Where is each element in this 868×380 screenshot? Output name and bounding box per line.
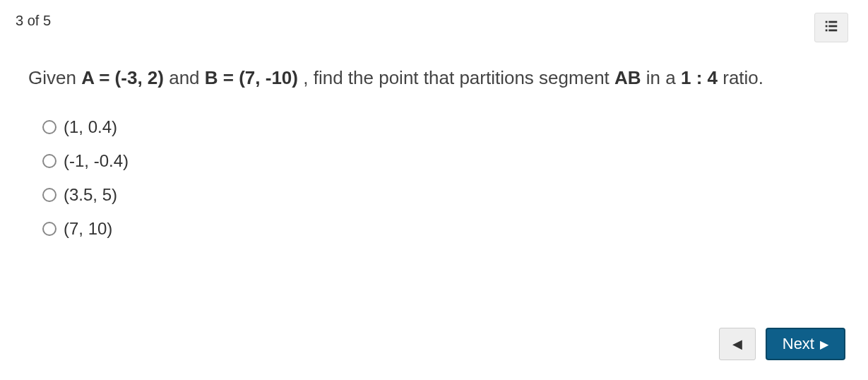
list-icon [824,18,839,37]
question-block: Given A = (-3, 2) and B = (7, -10) , fin… [0,42,868,246]
question-mid: , find the point that partitions segment [298,67,614,88]
option-2[interactable]: (-1, -0.4) [42,144,840,178]
question-prefix: Given [28,67,81,88]
svg-rect-1 [828,21,837,23]
option-label: (1, 0.4) [64,117,117,137]
next-button[interactable]: Next ▶ [766,328,845,360]
question-and: and [164,67,205,88]
radio-icon [42,222,57,236]
header-bar: 3 of 5 [0,0,868,42]
question-list-button[interactable] [814,13,848,42]
option-3[interactable]: (3.5, 5) [42,178,840,212]
radio-icon [42,154,57,168]
question-text: Given A = (-3, 2) and B = (7, -10) , fin… [28,62,840,93]
question-suffix: ratio. [718,67,763,88]
segment-label: AB [614,67,641,88]
svg-rect-0 [826,21,828,23]
option-label: (7, 10) [64,219,112,239]
question-mid2: in a [641,67,681,88]
previous-button[interactable]: ◀ [719,328,756,360]
svg-rect-3 [828,25,837,28]
progress-indicator: 3 of 5 [16,13,51,29]
footer-nav: ◀ Next ▶ [719,328,845,360]
option-1[interactable]: (1, 0.4) [42,110,840,144]
options-list: (1, 0.4) (-1, -0.4) (3.5, 5) (7, 10) [28,93,840,246]
svg-rect-5 [828,30,837,32]
option-4[interactable]: (7, 10) [42,212,840,246]
point-b: B = (7, -10) [205,67,298,88]
next-label: Next [783,335,814,353]
option-label: (3.5, 5) [64,185,117,205]
svg-rect-2 [826,25,828,28]
triangle-left-icon: ◀ [732,336,742,352]
svg-rect-4 [826,30,828,32]
point-a: A = (-3, 2) [81,67,164,88]
radio-icon [42,120,57,134]
option-label: (-1, -0.4) [64,151,129,171]
radio-icon [42,188,57,202]
triangle-right-icon: ▶ [820,338,828,351]
ratio-label: 1 : 4 [681,67,718,88]
